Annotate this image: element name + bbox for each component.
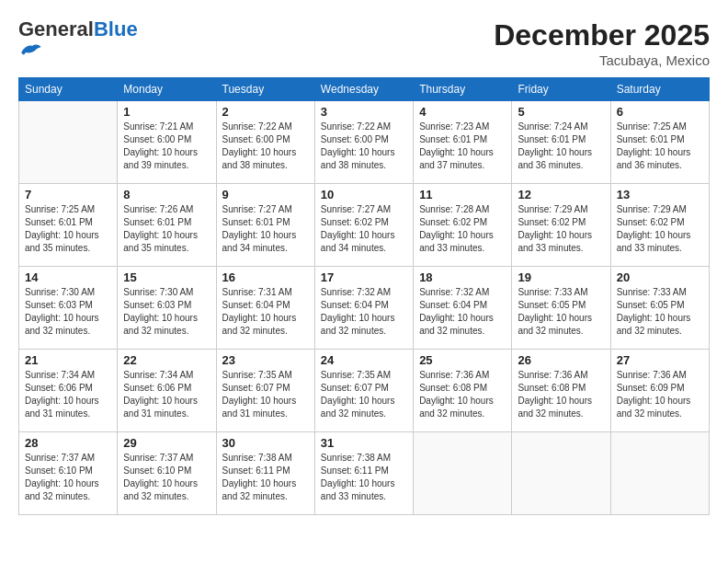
logo: GeneralBlue bbox=[18, 18, 138, 63]
day-info: Sunrise: 7:33 AM Sunset: 6:05 PM Dayligh… bbox=[617, 286, 703, 338]
day-info: Sunrise: 7:37 AM Sunset: 6:10 PM Dayligh… bbox=[123, 452, 210, 503]
calendar-cell: 11Sunrise: 7:28 AM Sunset: 6:02 PM Dayli… bbox=[414, 184, 512, 267]
calendar-cell: 30Sunrise: 7:38 AM Sunset: 6:11 PM Dayli… bbox=[216, 432, 314, 515]
day-info: Sunrise: 7:33 AM Sunset: 6:05 PM Dayligh… bbox=[518, 286, 604, 338]
calendar-cell: 2Sunrise: 7:22 AM Sunset: 6:00 PM Daylig… bbox=[216, 101, 314, 184]
day-number: 17 bbox=[321, 270, 407, 284]
calendar-week-row: 28Sunrise: 7:37 AM Sunset: 6:10 PM Dayli… bbox=[19, 432, 710, 515]
day-of-week-header: Wednesday bbox=[314, 78, 413, 101]
calendar-cell bbox=[414, 432, 512, 515]
day-info: Sunrise: 7:23 AM Sunset: 6:01 PM Dayligh… bbox=[419, 121, 506, 172]
day-info: Sunrise: 7:36 AM Sunset: 6:09 PM Dayligh… bbox=[617, 369, 703, 420]
calendar-header-row: SundayMondayTuesdayWednesdayThursdayFrid… bbox=[19, 78, 710, 101]
day-of-week-header: Saturday bbox=[610, 78, 709, 101]
day-number: 31 bbox=[321, 436, 407, 450]
day-number: 30 bbox=[222, 436, 309, 450]
month-year: December 2025 bbox=[494, 18, 710, 52]
day-number: 28 bbox=[25, 436, 111, 450]
day-info: Sunrise: 7:35 AM Sunset: 6:07 PM Dayligh… bbox=[222, 369, 309, 420]
day-info: Sunrise: 7:36 AM Sunset: 6:08 PM Dayligh… bbox=[518, 369, 604, 420]
day-info: Sunrise: 7:38 AM Sunset: 6:11 PM Dayligh… bbox=[222, 452, 309, 503]
location: Tacubaya, Mexico bbox=[494, 52, 710, 68]
day-number: 22 bbox=[123, 353, 210, 367]
calendar-cell: 19Sunrise: 7:33 AM Sunset: 6:05 PM Dayli… bbox=[512, 267, 610, 350]
day-info: Sunrise: 7:34 AM Sunset: 6:06 PM Dayligh… bbox=[123, 369, 210, 420]
day-number: 4 bbox=[419, 105, 506, 119]
calendar-cell: 3Sunrise: 7:22 AM Sunset: 6:00 PM Daylig… bbox=[314, 101, 413, 184]
logo-general: General bbox=[18, 17, 94, 40]
day-number: 20 bbox=[617, 270, 703, 284]
day-number: 8 bbox=[123, 188, 210, 201]
day-info: Sunrise: 7:29 AM Sunset: 6:02 PM Dayligh… bbox=[617, 203, 703, 255]
day-info: Sunrise: 7:27 AM Sunset: 6:01 PM Dayligh… bbox=[222, 203, 309, 255]
day-number: 1 bbox=[123, 105, 210, 119]
day-info: Sunrise: 7:30 AM Sunset: 6:03 PM Dayligh… bbox=[123, 286, 210, 338]
day-number: 29 bbox=[123, 436, 210, 450]
day-info: Sunrise: 7:38 AM Sunset: 6:11 PM Dayligh… bbox=[321, 452, 407, 503]
day-number: 9 bbox=[222, 188, 309, 201]
logo-text: GeneralBlue bbox=[18, 18, 138, 40]
logo-blue: Blue bbox=[94, 17, 138, 40]
day-info: Sunrise: 7:37 AM Sunset: 6:10 PM Dayligh… bbox=[25, 452, 111, 503]
calendar-cell: 24Sunrise: 7:35 AM Sunset: 6:07 PM Dayli… bbox=[314, 350, 413, 432]
calendar-cell bbox=[19, 101, 118, 184]
day-of-week-header: Friday bbox=[512, 78, 610, 101]
day-info: Sunrise: 7:35 AM Sunset: 6:07 PM Dayligh… bbox=[321, 369, 407, 420]
calendar-cell: 29Sunrise: 7:37 AM Sunset: 6:10 PM Dayli… bbox=[118, 432, 216, 515]
day-info: Sunrise: 7:29 AM Sunset: 6:02 PM Dayligh… bbox=[518, 203, 604, 255]
calendar-cell bbox=[610, 432, 709, 515]
day-info: Sunrise: 7:24 AM Sunset: 6:01 PM Dayligh… bbox=[518, 121, 604, 172]
calendar-cell: 15Sunrise: 7:30 AM Sunset: 6:03 PM Dayli… bbox=[118, 267, 216, 350]
calendar-cell: 6Sunrise: 7:25 AM Sunset: 6:01 PM Daylig… bbox=[610, 101, 709, 184]
calendar-cell: 16Sunrise: 7:31 AM Sunset: 6:04 PM Dayli… bbox=[216, 267, 314, 350]
day-number: 10 bbox=[321, 188, 407, 201]
day-number: 26 bbox=[518, 353, 604, 367]
calendar-cell: 4Sunrise: 7:23 AM Sunset: 6:01 PM Daylig… bbox=[414, 101, 512, 184]
day-info: Sunrise: 7:22 AM Sunset: 6:00 PM Dayligh… bbox=[222, 121, 309, 172]
day-info: Sunrise: 7:25 AM Sunset: 6:01 PM Dayligh… bbox=[617, 121, 703, 172]
calendar-cell: 12Sunrise: 7:29 AM Sunset: 6:02 PM Dayli… bbox=[512, 184, 610, 267]
calendar-cell: 10Sunrise: 7:27 AM Sunset: 6:02 PM Dayli… bbox=[314, 184, 413, 267]
day-number: 25 bbox=[419, 353, 506, 367]
calendar-cell: 5Sunrise: 7:24 AM Sunset: 6:01 PM Daylig… bbox=[512, 101, 610, 184]
day-number: 21 bbox=[25, 353, 111, 367]
day-number: 27 bbox=[617, 353, 703, 367]
day-number: 19 bbox=[518, 270, 604, 284]
calendar-cell: 26Sunrise: 7:36 AM Sunset: 6:08 PM Dayli… bbox=[512, 350, 610, 432]
header: GeneralBlue December 2025 Tacubaya, Mexi… bbox=[18, 18, 710, 68]
calendar-cell: 21Sunrise: 7:34 AM Sunset: 6:06 PM Dayli… bbox=[19, 350, 118, 432]
day-info: Sunrise: 7:32 AM Sunset: 6:04 PM Dayligh… bbox=[419, 286, 506, 338]
calendar-cell bbox=[512, 432, 610, 515]
day-number: 15 bbox=[123, 270, 210, 284]
day-number: 6 bbox=[617, 105, 703, 119]
day-number: 23 bbox=[222, 353, 309, 367]
day-number: 13 bbox=[617, 188, 703, 201]
calendar-cell: 17Sunrise: 7:32 AM Sunset: 6:04 PM Dayli… bbox=[314, 267, 413, 350]
calendar-cell: 18Sunrise: 7:32 AM Sunset: 6:04 PM Dayli… bbox=[414, 267, 512, 350]
calendar-cell: 7Sunrise: 7:25 AM Sunset: 6:01 PM Daylig… bbox=[19, 184, 118, 267]
day-info: Sunrise: 7:36 AM Sunset: 6:08 PM Dayligh… bbox=[419, 369, 506, 420]
day-number: 5 bbox=[518, 105, 604, 119]
calendar-cell: 22Sunrise: 7:34 AM Sunset: 6:06 PM Dayli… bbox=[118, 350, 216, 432]
day-of-week-header: Thursday bbox=[414, 78, 512, 101]
calendar-week-row: 14Sunrise: 7:30 AM Sunset: 6:03 PM Dayli… bbox=[19, 267, 710, 350]
day-of-week-header: Tuesday bbox=[216, 78, 314, 101]
calendar-cell: 8Sunrise: 7:26 AM Sunset: 6:01 PM Daylig… bbox=[118, 184, 216, 267]
calendar-cell: 1Sunrise: 7:21 AM Sunset: 6:00 PM Daylig… bbox=[118, 101, 216, 184]
calendar-cell: 14Sunrise: 7:30 AM Sunset: 6:03 PM Dayli… bbox=[19, 267, 118, 350]
calendar-table: SundayMondayTuesdayWednesdayThursdayFrid… bbox=[18, 77, 710, 515]
calendar-cell: 25Sunrise: 7:36 AM Sunset: 6:08 PM Dayli… bbox=[414, 350, 512, 432]
calendar-cell: 28Sunrise: 7:37 AM Sunset: 6:10 PM Dayli… bbox=[19, 432, 118, 515]
day-number: 2 bbox=[222, 105, 309, 119]
day-number: 3 bbox=[321, 105, 407, 119]
calendar-week-row: 21Sunrise: 7:34 AM Sunset: 6:06 PM Dayli… bbox=[19, 350, 710, 432]
day-info: Sunrise: 7:27 AM Sunset: 6:02 PM Dayligh… bbox=[321, 203, 407, 255]
day-info: Sunrise: 7:31 AM Sunset: 6:04 PM Dayligh… bbox=[222, 286, 309, 338]
calendar-page: GeneralBlue December 2025 Tacubaya, Mexi… bbox=[0, 0, 728, 563]
day-of-week-header: Sunday bbox=[19, 78, 118, 101]
calendar-cell: 20Sunrise: 7:33 AM Sunset: 6:05 PM Dayli… bbox=[610, 267, 709, 350]
calendar-cell: 13Sunrise: 7:29 AM Sunset: 6:02 PM Dayli… bbox=[610, 184, 709, 267]
title-block: December 2025 Tacubaya, Mexico bbox=[494, 18, 710, 68]
day-info: Sunrise: 7:30 AM Sunset: 6:03 PM Dayligh… bbox=[25, 286, 111, 338]
day-info: Sunrise: 7:25 AM Sunset: 6:01 PM Dayligh… bbox=[25, 203, 111, 255]
